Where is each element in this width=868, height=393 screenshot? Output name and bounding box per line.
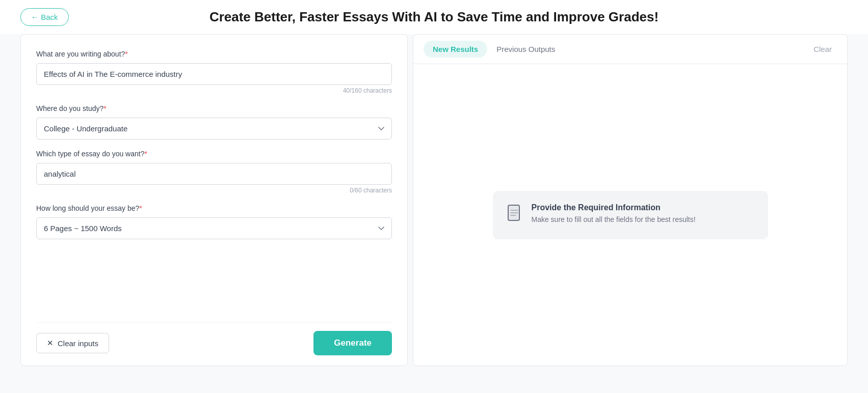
generate-button[interactable]: Generate bbox=[313, 331, 392, 355]
clear-x-icon: ✕ bbox=[47, 339, 54, 348]
generate-label: Generate bbox=[334, 338, 372, 348]
essay-type-char-count: 0/60 characters bbox=[36, 187, 392, 194]
essay-type-input[interactable] bbox=[36, 163, 392, 185]
info-card-description: Make sure to fill out all the fields for… bbox=[532, 215, 696, 223]
document-icon bbox=[507, 204, 523, 227]
tab-previous-outputs[interactable]: Previous Outputs bbox=[487, 41, 564, 58]
topic-input[interactable] bbox=[36, 63, 392, 85]
field-study-section: Where do you study?* College - Undergrad… bbox=[36, 104, 392, 139]
main-content: What are you writing about?* 40/160 char… bbox=[0, 34, 868, 386]
info-card-title: Provide the Required Information bbox=[532, 203, 696, 212]
top-bar: ← Back Create Better, Faster Essays With… bbox=[0, 0, 868, 34]
clear-inputs-button[interactable]: ✕ Clear inputs bbox=[36, 333, 109, 353]
bottom-actions: ✕ Clear inputs Generate bbox=[36, 322, 392, 355]
field-essay-type-section: Which type of essay do you want?* 0/60 c… bbox=[36, 150, 392, 194]
field-study-label: Where do you study?* bbox=[36, 104, 392, 113]
left-panel: What are you writing about?* 40/160 char… bbox=[20, 34, 408, 366]
right-content: Provide the Required Information Make su… bbox=[413, 64, 847, 366]
field-length-label: How long should your essay be?* bbox=[36, 204, 392, 212]
page-title: Create Better, Faster Essays With AI to … bbox=[209, 9, 659, 25]
field-length-section: How long should your essay be?* 1 Page ~… bbox=[36, 204, 392, 239]
right-panel: New Results Previous Outputs Clear Provi… bbox=[413, 34, 848, 366]
field-topic-label: What are you writing about?* bbox=[36, 50, 392, 58]
right-tabs: New Results Previous Outputs Clear bbox=[413, 35, 847, 64]
study-level-select[interactable]: College - Undergraduate High School Coll… bbox=[36, 118, 392, 139]
essay-length-select[interactable]: 1 Page ~ 250 Words 2 Pages ~ 500 Words 3… bbox=[36, 217, 392, 239]
back-label: ← Back bbox=[31, 13, 58, 21]
topic-char-count: 40/160 characters bbox=[36, 87, 392, 94]
field-essay-type-label: Which type of essay do you want?* bbox=[36, 150, 392, 158]
clear-inputs-label: Clear inputs bbox=[58, 339, 98, 348]
tab-new-results[interactable]: New Results bbox=[424, 41, 487, 58]
info-card-text: Provide the Required Information Make su… bbox=[532, 203, 696, 223]
clear-results-button[interactable]: Clear bbox=[808, 41, 837, 58]
back-button[interactable]: ← Back bbox=[20, 8, 69, 26]
info-card: Provide the Required Information Make su… bbox=[493, 191, 768, 239]
field-topic-section: What are you writing about?* 40/160 char… bbox=[36, 50, 392, 94]
